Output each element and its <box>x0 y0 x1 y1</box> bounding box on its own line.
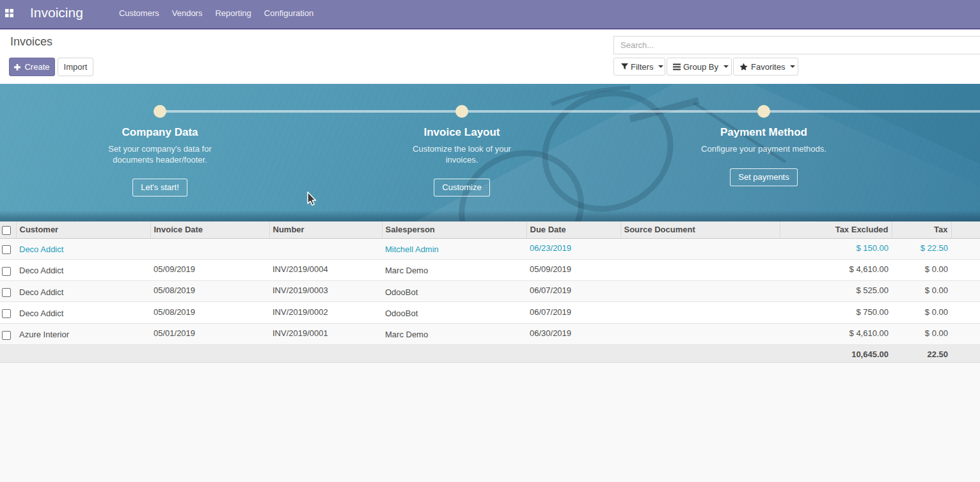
col-number[interactable]: Number <box>269 221 382 238</box>
cell-tax-excluded[interactable]: $ 4,610.00 <box>780 323 892 344</box>
col-tax[interactable]: Tax <box>892 221 951 238</box>
group-by-button[interactable]: Group By <box>667 58 732 76</box>
create-button[interactable]: Create <box>9 58 55 76</box>
cell-tax-excluded-text: $ 4,610.00 <box>850 328 889 338</box>
cell-tax-excluded[interactable]: $ 4,610.00 <box>780 259 892 280</box>
cell-invoice-date[interactable]: 05/01/2019 <box>150 323 269 344</box>
filter-icon <box>621 63 628 70</box>
cell-tax[interactable]: $ 0.00 <box>892 302 951 323</box>
cell-select <box>0 302 16 323</box>
filters-button[interactable]: Filters <box>613 58 665 76</box>
cell-due-date-text: 06/30/2019 <box>530 328 571 338</box>
col-tax-excluded[interactable]: Tax Excluded <box>780 221 892 238</box>
col-due-date[interactable]: Due Date <box>526 221 620 238</box>
cell-select <box>0 281 16 302</box>
cell-tax-excluded[interactable]: $ 525.00 <box>780 281 892 302</box>
cell-salesperson[interactable]: OdooBot <box>382 302 526 323</box>
cell-tax[interactable]: $ 22.50 <box>892 238 951 259</box>
table-row[interactable]: Deco Addict05/08/2019INV/2019/0002OdooBo… <box>0 302 980 323</box>
cell-select <box>0 259 16 280</box>
cell-customer[interactable]: Deco Addict <box>16 302 150 323</box>
cell-tax-excluded-text: $ 150.00 <box>856 243 889 253</box>
cell-number-text: INV/2019/0004 <box>273 264 328 274</box>
menu-configuration[interactable]: Configuration <box>258 8 320 18</box>
cell-customer[interactable]: Deco Addict <box>16 238 150 259</box>
cell-number[interactable]: INV/2019/0004 <box>269 259 382 280</box>
col-customer[interactable]: Customer <box>16 221 150 238</box>
row-checkbox[interactable] <box>2 267 11 276</box>
cell-spacer <box>951 323 980 344</box>
cell-salesperson-text: OdooBot <box>385 309 418 318</box>
star-icon <box>739 63 748 71</box>
onboarding-step-payment-method: Payment Method Configure your payment me… <box>668 125 860 186</box>
cell-source-document[interactable] <box>620 323 780 344</box>
cell-due-date[interactable]: 06/23/2019 <box>526 238 620 259</box>
app-title[interactable]: Invoicing <box>30 5 83 20</box>
row-checkbox[interactable] <box>2 331 11 340</box>
table-row[interactable]: Deco AddictMitchell Admin06/23/2019$ 150… <box>0 238 980 259</box>
customize-button[interactable]: Customize <box>434 179 489 197</box>
table-row[interactable]: Deco Addict05/09/2019INV/2019/0004Marc D… <box>0 259 980 280</box>
cell-source-document[interactable] <box>620 259 780 280</box>
cell-tax-text: $ 0.00 <box>925 264 948 274</box>
search-input[interactable] <box>613 36 980 54</box>
cell-salesperson[interactable]: Marc Demo <box>382 323 526 344</box>
cell-invoice-date[interactable]: 05/09/2019 <box>150 259 269 280</box>
cell-salesperson[interactable]: OdooBot <box>382 281 526 302</box>
step-description-line: Configure your payment methods. <box>668 144 860 155</box>
cell-number[interactable] <box>269 238 382 259</box>
cell-source-document[interactable] <box>620 302 780 323</box>
cell-invoice-date[interactable] <box>150 238 269 259</box>
cell-customer-text: Deco Addict <box>19 287 63 297</box>
caret-down-icon <box>658 65 663 68</box>
cell-number[interactable]: INV/2019/0002 <box>269 302 382 323</box>
cell-number[interactable]: INV/2019/0003 <box>269 281 382 302</box>
cell-source-document[interactable] <box>620 281 780 302</box>
import-button[interactable]: Import <box>58 58 93 76</box>
apps-grid-icon[interactable] <box>5 9 13 17</box>
cell-customer[interactable]: Deco Addict <box>16 259 150 280</box>
cell-tax-excluded[interactable]: $ 150.00 <box>780 238 892 259</box>
row-checkbox[interactable] <box>2 245 11 254</box>
row-checkbox[interactable] <box>2 309 11 318</box>
row-checkbox[interactable] <box>2 288 11 297</box>
cell-invoice-date[interactable]: 05/08/2019 <box>150 302 269 323</box>
cell-salesperson[interactable]: Marc Demo <box>382 259 526 280</box>
menu-reporting[interactable]: Reporting <box>209 8 257 18</box>
cell-source-document[interactable] <box>620 238 780 259</box>
col-salesperson[interactable]: Salesperson <box>382 221 526 238</box>
select-all-checkbox[interactable] <box>2 226 11 235</box>
cell-number-text: INV/2019/0002 <box>273 307 328 317</box>
cell-customer[interactable]: Deco Addict <box>16 281 150 302</box>
cell-tax[interactable]: $ 0.00 <box>892 259 951 280</box>
col-invoice-date[interactable]: Invoice Date <box>150 221 269 238</box>
cell-customer-text: Azure Interior <box>19 330 69 339</box>
cell-due-date[interactable]: 06/07/2019 <box>526 281 620 302</box>
cell-invoice-date-text: 05/09/2019 <box>154 264 195 274</box>
table-row[interactable]: Azure Interior05/01/2019INV/2019/0001Mar… <box>0 323 980 344</box>
step-description: Set your company's data for documents he… <box>64 144 256 165</box>
cell-tax-excluded[interactable]: $ 750.00 <box>780 302 892 323</box>
col-source-document[interactable]: Source Document <box>620 221 780 238</box>
cell-tax[interactable]: $ 0.00 <box>892 281 951 302</box>
cell-invoice-date[interactable]: 05/08/2019 <box>150 281 269 302</box>
col-spacer <box>951 221 980 238</box>
cell-due-date[interactable]: 05/09/2019 <box>526 259 620 280</box>
step-dot-invoice-layout <box>455 105 468 118</box>
cell-customer-text: Deco Addict <box>19 245 63 254</box>
cell-due-date[interactable]: 06/30/2019 <box>526 323 620 344</box>
cell-tax-text: $ 22.50 <box>921 243 948 253</box>
lets-start-button[interactable]: Let's start! <box>132 179 187 197</box>
table-row[interactable]: Deco Addict05/08/2019INV/2019/0003OdooBo… <box>0 281 980 302</box>
menu-customers[interactable]: Customers <box>113 8 166 18</box>
cell-salesperson[interactable]: Mitchell Admin <box>382 238 526 259</box>
filters-label: Filters <box>631 62 653 72</box>
cell-tax[interactable]: $ 0.00 <box>892 323 951 344</box>
cell-due-date[interactable]: 06/07/2019 <box>526 302 620 323</box>
cell-number[interactable]: INV/2019/0001 <box>269 323 382 344</box>
step-description-line: Set your company's data for <box>64 144 256 155</box>
set-payments-button[interactable]: Set payments <box>730 168 798 186</box>
menu-vendors[interactable]: Vendors <box>166 8 209 18</box>
favorites-button[interactable]: Favorites <box>733 58 798 76</box>
cell-customer[interactable]: Azure Interior <box>16 323 150 344</box>
